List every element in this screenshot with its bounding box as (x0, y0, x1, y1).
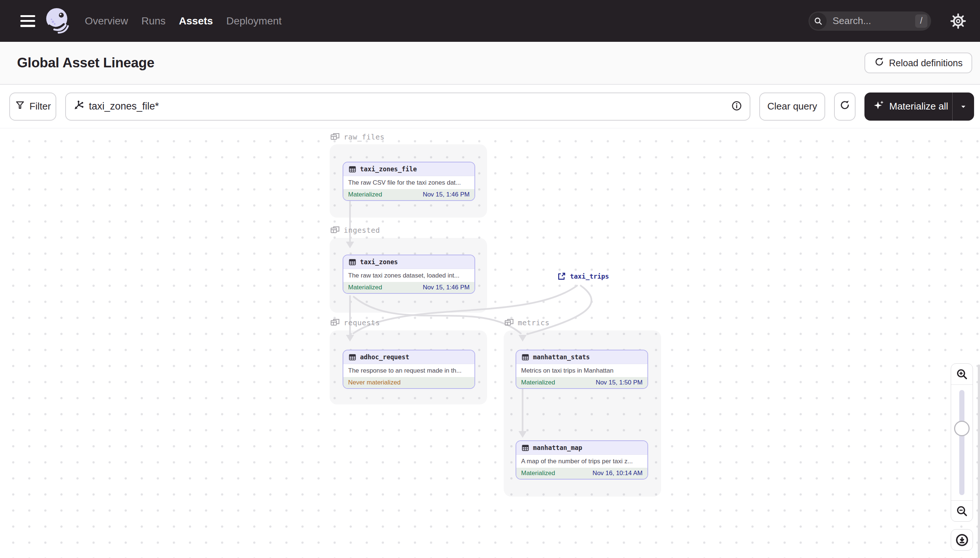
download-image-button[interactable] (951, 529, 973, 551)
asset-node-taxi_zones[interactable]: taxi_zones The raw taxi zones dataset, l… (343, 254, 475, 294)
materialization-timestamp: Nov 15, 1:46 PM (423, 191, 469, 199)
asset-node-adhoc_request[interactable]: adhoc_request The response to an request… (343, 350, 475, 389)
table-icon (521, 444, 530, 452)
clear-query-button[interactable]: Clear query (759, 92, 825, 121)
asset-node-manhattan_stats[interactable]: manhattan_stats Metrics on taxi trips in… (516, 350, 648, 389)
group-label-metrics[interactable]: metrics (504, 317, 550, 329)
nav-item-overview[interactable]: Overview (85, 15, 128, 27)
zoom-panel (951, 363, 973, 522)
nav-item-runs[interactable]: Runs (142, 15, 166, 27)
settings-gear-icon[interactable] (950, 13, 967, 30)
zoom-out-icon (955, 505, 968, 517)
status-badge: Materialized (348, 191, 382, 199)
refresh-button[interactable] (834, 92, 856, 121)
asset-graph-query-icon (72, 100, 84, 113)
materialization-timestamp: Nov 15, 1:46 PM (423, 284, 469, 291)
filter-button[interactable]: Filter (9, 92, 56, 121)
refresh-icon (839, 100, 850, 113)
zoom-in-button[interactable] (951, 364, 973, 385)
materialization-timestamp: Nov 15, 1:50 PM (596, 379, 642, 386)
materialize-all-button[interactable]: Materialize all (865, 92, 974, 121)
status-badge: Materialized (348, 284, 382, 291)
zoom-slider-track[interactable] (959, 390, 964, 495)
search-icon (810, 13, 827, 30)
table-icon (348, 258, 357, 266)
hamburger-menu-icon[interactable] (20, 15, 35, 27)
query-value: taxi_zones_file* (89, 101, 731, 112)
canvas-scrollbar[interactable] (978, 364, 980, 558)
asset-selection-query-input[interactable]: taxi_zones_file* (65, 92, 750, 121)
status-badge: Materialized (521, 379, 555, 386)
table-icon (348, 165, 357, 174)
nav-item-assets[interactable]: Assets (179, 15, 213, 27)
table-icon (348, 353, 357, 361)
asset-group-icon (330, 318, 340, 328)
nav-links: Overview Runs Assets Deployment (85, 15, 282, 27)
status-badge: Materialized (521, 469, 555, 477)
external-asset-taxi_trips[interactable]: taxi_trips (557, 269, 609, 284)
group-label-raw_files[interactable]: raw_files (330, 131, 384, 143)
zoom-slider-handle[interactable] (954, 421, 970, 436)
top-nav: Overview Runs Assets Deployment Search..… (0, 0, 980, 42)
asset-node-taxi_zones_file[interactable]: taxi_zones_file The raw CSV file for the… (343, 162, 475, 201)
page-title: Global Asset Lineage (17, 55, 155, 71)
page-header: Global Asset Lineage Reload definitions (0, 42, 980, 85)
status-badge: Never materialized (348, 379, 401, 386)
group-label-ingested[interactable]: ingested (330, 224, 380, 236)
table-icon (521, 353, 530, 361)
info-icon[interactable] (731, 100, 742, 113)
materialization-timestamp: Nov 16, 10:14 AM (593, 469, 642, 477)
search-input[interactable]: Search... / (809, 11, 931, 31)
asset-group-icon (504, 318, 514, 328)
reload-icon (874, 57, 884, 69)
dagster-logo-icon[interactable] (45, 7, 71, 35)
lineage-edges (0, 128, 980, 558)
asset-group-icon (330, 132, 340, 142)
search-shortcut-badge: / (915, 15, 927, 28)
asset-group-icon (330, 225, 340, 235)
lineage-toolbar: Filter taxi_zones_file* Clear (0, 85, 980, 128)
materialize-all-main[interactable]: Materialize all (865, 100, 952, 113)
group-label-requests[interactable]: requests (330, 317, 380, 329)
asset-node-manhattan_map[interactable]: manhattan_map A map of the number of tri… (516, 440, 648, 479)
caret-down-icon (959, 102, 968, 112)
reload-definitions-button[interactable]: Reload definitions (865, 53, 972, 73)
zoom-slider[interactable] (951, 385, 973, 500)
lineage-canvas[interactable]: raw_files ingested requests metrics taxi… (0, 128, 980, 558)
zoom-out-button[interactable] (951, 500, 973, 521)
nav-item-deployment[interactable]: Deployment (226, 15, 282, 27)
external-link-icon (557, 272, 566, 281)
search-placeholder: Search... (833, 15, 915, 27)
materialize-dropdown-caret[interactable] (952, 92, 974, 121)
download-icon (955, 533, 969, 547)
zoom-in-icon (955, 368, 968, 381)
filter-funnel-icon (15, 100, 25, 113)
sparkle-icon (873, 100, 884, 113)
